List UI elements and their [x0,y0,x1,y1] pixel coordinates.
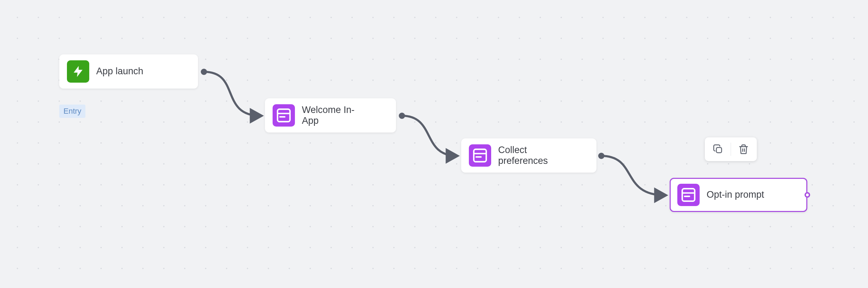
node-label: Welcome In- App [302,105,355,126]
node-toolbar [705,137,757,161]
output-port[interactable] [201,69,207,75]
node-opt-in-prompt[interactable]: Opt-in prompt [670,178,807,212]
window-icon [677,184,700,206]
node-label: Opt-in prompt [707,189,764,200]
svg-rect-3 [474,149,486,162]
copy-icon [713,144,723,154]
node-label: Collect preferences [498,145,548,166]
node-collect-preferences[interactable]: Collect preferences [461,138,596,173]
svg-rect-9 [682,189,695,201]
output-port[interactable] [399,113,405,119]
delete-button[interactable] [736,142,751,157]
flow-canvas[interactable]: App launch Entry Welcome In- App Collect… [0,0,868,288]
svg-rect-0 [277,109,290,122]
svg-rect-6 [716,147,722,153]
toolbar-divider [731,143,731,156]
output-port-open[interactable] [805,192,810,198]
node-welcome-in-app[interactable]: Welcome In- App [265,98,396,132]
output-port[interactable] [598,153,604,159]
bolt-icon [67,60,89,83]
trash-icon [738,144,749,154]
entry-tag: Entry [59,105,85,118]
node-app-launch[interactable]: App launch [59,54,198,89]
window-icon [273,104,295,127]
duplicate-button[interactable] [710,142,726,157]
window-icon [469,144,491,167]
node-label: App launch [96,66,143,77]
